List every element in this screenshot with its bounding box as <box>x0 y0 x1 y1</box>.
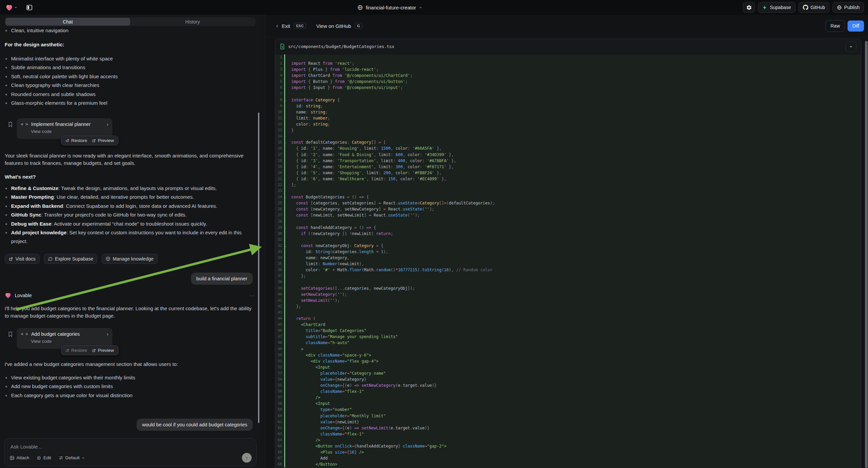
lovable-heart-icon <box>5 4 13 11</box>
code-line: 10 name: string; <box>275 109 861 115</box>
fold-chevron-icon[interactable]: ⌄ <box>285 97 286 104</box>
visit-docs-button[interactable]: Visit docs <box>5 254 39 264</box>
prompt-input[interactable]: Ask Lovable... Attach Edit Default ↑ <box>4 438 257 466</box>
code-line: 56 className="flex-1" <box>275 388 861 394</box>
code-line: 30 if (!newCategory || !newLimit) return… <box>275 231 861 237</box>
code-toolbar: ‹ Exit ESC View on GitHub G Raw Diff <box>266 15 868 37</box>
code-line: 38 <box>275 279 861 285</box>
prompt-placeholder: Ask Lovable... <box>10 444 42 449</box>
code-line: 35 limit: Number(newLimit), <box>275 261 861 267</box>
code-line: 8⌄interface Category { <box>275 97 861 103</box>
fold-chevron-icon[interactable]: ⌄ <box>285 195 286 200</box>
explore-supabase-button[interactable]: Explore Supabase <box>44 254 97 264</box>
code-line: 25 const [categories, setCategories] = R… <box>275 200 861 206</box>
bookmark-icon[interactable] <box>8 121 13 127</box>
code-line: 60 placeholder="Monthly limit" <box>275 413 861 419</box>
code-line: 67 Add <box>275 455 861 461</box>
code-line: 50 <div className="space-y-6"> <box>275 352 861 358</box>
send-button[interactable]: ↑ <box>242 453 252 463</box>
preview-button[interactable]: Preview <box>92 138 114 143</box>
project-switcher[interactable]: financial-future-creator <box>357 0 423 15</box>
code-line: 11 limit: number; <box>275 115 861 121</box>
restore-button[interactable]: ↺Restore <box>65 348 87 353</box>
list-item: Add project knowledge: Set key context o… <box>0 228 257 246</box>
code-line: 48 className="h-auto" <box>275 340 861 346</box>
list-item: View existing budget categories with the… <box>0 373 255 382</box>
external-link-icon <box>92 139 96 143</box>
restore-button[interactable]: ↺Restore <box>65 138 87 143</box>
code-body[interactable]: 12import React from 'react';3import { Pl… <box>275 54 861 467</box>
window-scrollbar[interactable] <box>865 41 868 468</box>
view-code-link[interactable]: View code <box>31 339 108 344</box>
list-item: Minimalist interface with plenty of whit… <box>0 54 255 63</box>
assistant-ready-text: Your sleek financial planner is now read… <box>5 152 253 167</box>
code-line: 46 title="Budget Categories" <box>275 328 861 334</box>
project-name: financial-future-creator <box>366 5 416 10</box>
assistant-name: Lovable <box>15 293 32 298</box>
back-chevron-icon[interactable]: ‹ <box>276 23 278 29</box>
code-line: 20 { id: '5', name: 'Shopping', limit: 2… <box>275 170 861 176</box>
fold-chevron-icon[interactable]: ⌄ <box>285 140 286 146</box>
code-line: 61 value={newLimit} <box>275 419 861 425</box>
next-steps-list: Refine & Customize: Tweak the design, an… <box>0 184 257 246</box>
code-line: 42 }; <box>275 303 861 310</box>
code-line: 27 const [newLimit, setNewLimit] = React… <box>275 212 861 218</box>
toggle-sidebar-button[interactable] <box>24 2 34 12</box>
code-line: 2import React from 'react'; <box>275 60 861 66</box>
chat-panel: Chat History Clean, intuitive navigation… <box>0 15 266 468</box>
list-item: Debug with Ease: Activate our experiment… <box>0 220 257 228</box>
github-button[interactable]: GitHub <box>799 2 830 13</box>
chat-scrollbar[interactable] <box>258 113 259 423</box>
lovable-logo-menu[interactable] <box>5 4 18 11</box>
bookmark-icon[interactable] <box>8 331 13 338</box>
code-line: 18 { id: '3', name: 'Transportation', li… <box>275 158 861 164</box>
code-line: 44 return ( <box>275 316 861 322</box>
code-line: 13} <box>275 127 861 133</box>
settings-button[interactable] <box>743 2 755 13</box>
tab-history[interactable]: History <box>130 18 255 26</box>
file-header[interactable]: src/components/budget/BudgetCategories.t… <box>275 39 861 54</box>
manage-knowledge-button[interactable]: Manage knowledge <box>102 254 157 264</box>
code-line: 40 setNewCategory(''); <box>275 291 861 297</box>
exit-button[interactable]: Exit <box>282 23 290 29</box>
view-code-link[interactable]: View code <box>31 129 108 134</box>
code-line: 54 value={newCategory} <box>275 376 861 382</box>
project-globe-icon <box>357 5 363 10</box>
code-line: 24⌄const BudgetCategories = () => { <box>275 194 861 200</box>
supabase-button[interactable]: Supabase <box>758 2 795 13</box>
edit-button[interactable]: Edit <box>37 455 51 460</box>
fold-chevron-icon[interactable]: ⌄ <box>285 225 286 231</box>
mode-select[interactable]: Default <box>59 455 85 460</box>
restore-preview-pill: ↺Restore Preview <box>61 136 118 145</box>
fold-chevron-icon[interactable]: ⌄ <box>285 243 286 249</box>
preview-button[interactable]: Preview <box>92 348 114 353</box>
code-line: 26 const [newCategory, setNewCategory] =… <box>275 206 861 212</box>
message-more-button[interactable]: ··· <box>249 293 255 298</box>
list-item: Refine & Customize: Tweak the design, an… <box>0 184 257 193</box>
code-line: 51 <div className="flex gap-4"> <box>275 358 861 364</box>
raw-toggle-button[interactable]: Raw <box>826 20 845 32</box>
collapse-file-button[interactable] <box>845 41 856 52</box>
diff-toggle-button[interactable]: Diff <box>847 21 864 32</box>
code-line: 33 id: String(categories.length + 1), <box>275 249 861 255</box>
chat-tabs: Chat History <box>5 17 256 26</box>
sliders-icon <box>59 456 63 460</box>
attach-button[interactable]: Attach <box>10 455 29 460</box>
list-item: Each category gets a unique color for vi… <box>0 391 255 400</box>
tab-chat[interactable]: Chat <box>5 18 130 26</box>
code-line: 7 <box>275 91 861 97</box>
code-icon: < > <box>21 122 28 126</box>
file-path: src/components/budget/BudgetCategories.t… <box>288 44 394 49</box>
github-icon <box>803 5 808 10</box>
assistant-header: Lovable ··· <box>5 292 255 298</box>
diff-file-card: src/components/budget/BudgetCategories.t… <box>275 39 861 468</box>
code-line: 32⌄ const newCategoryObj: Category = { <box>275 243 861 249</box>
code-line: 21 { id: '6', name: 'Healthcare', limit:… <box>275 176 861 182</box>
whats-next-heading: What's next? <box>5 174 36 180</box>
image-icon <box>10 456 14 460</box>
code-line: 36 color: '#' + Math.floor(Math.random()… <box>275 267 861 273</box>
publish-button[interactable]: Publish <box>832 2 864 13</box>
code-line: 6import { Input } from '@/components/ui/… <box>275 85 861 91</box>
code-line: 23 <box>275 188 861 194</box>
view-on-github-button[interactable]: View on GitHub G <box>316 23 362 29</box>
